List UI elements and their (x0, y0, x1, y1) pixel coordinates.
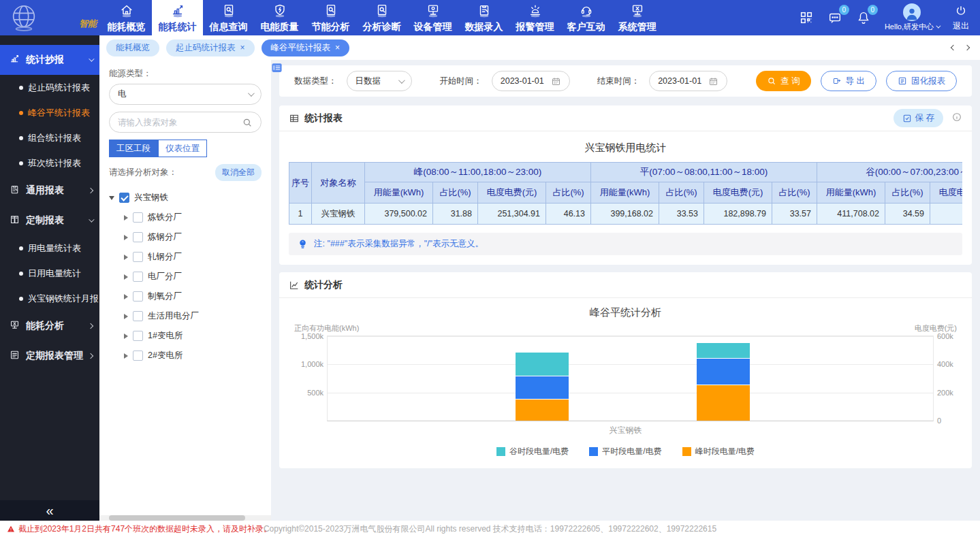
sidebar-item-兴宝钢铁统计月报[interactable]: 兴宝钢铁统计月报 (0, 286, 99, 311)
bar-segment-谷时段[interactable] (516, 353, 569, 376)
nav-item-数据录入[interactable]: 数据录入 (458, 0, 509, 35)
column-header: 对象名称 (312, 163, 365, 204)
checkbox[interactable] (133, 212, 143, 223)
user-menu[interactable]: Hello,研发中心 (885, 3, 939, 32)
tree-node-1#变电所[interactable]: 1#变电所 (109, 326, 262, 346)
tree-node-炼钢分厂[interactable]: 炼钢分厂 (109, 227, 262, 247)
sidebar-section-统计抄报[interactable]: 统计抄报 (0, 45, 99, 75)
tree-panel-toggle-button[interactable] (271, 62, 283, 74)
bar-segment-峰时段[interactable] (516, 400, 569, 421)
bar-segment-平时段[interactable] (516, 376, 569, 399)
tab-meter-position[interactable]: 仪表位置 (158, 140, 207, 157)
tab-next-button[interactable] (965, 46, 969, 50)
cancel-all-button[interactable]: 取消全部 (215, 164, 262, 181)
bar-segment-平时段[interactable] (697, 359, 750, 385)
checkbox[interactable] (133, 311, 143, 321)
stacked-bar-电费(元)[interactable] (697, 336, 750, 421)
message-icon[interactable]: 0 (827, 10, 842, 25)
caret-right-icon[interactable] (124, 314, 128, 319)
sidebar-item-组合统计报表[interactable]: 组合统计报表 (0, 125, 99, 150)
sidebar-item-日用电量统计[interactable]: 日用电量统计 (0, 261, 99, 286)
legend-item-峰时段电量/电费[interactable]: 峰时段电量/电费 (682, 446, 755, 457)
tab-能耗概览[interactable]: 能耗概览 (106, 39, 159, 56)
checkbox[interactable] (133, 272, 143, 282)
tree-node-电厂分厂[interactable]: 电厂分厂 (109, 267, 262, 287)
bar-segment-峰时段[interactable] (697, 385, 750, 421)
legend-item-平时段电量/电费[interactable]: 平时段电量/电费 (589, 446, 661, 457)
sidebar-section-通用报表[interactable]: 通用报表 (0, 176, 99, 206)
tree-node-炼铁分厂[interactable]: 炼铁分厂 (109, 208, 262, 227)
nav-item-客户互动[interactable]: 客户互动 (560, 0, 612, 35)
bar-segment-谷时段[interactable] (697, 343, 750, 359)
nav-item-设备管理[interactable]: 设备管理 (407, 0, 458, 35)
tab-峰谷平统计报表[interactable]: 峰谷平统计报表× (262, 39, 350, 56)
tab-起止码统计报表[interactable]: 起止码统计报表× (166, 39, 255, 56)
sidebar-item-label: 班次统计报表 (28, 157, 81, 169)
tree-node-2#变电所[interactable]: 2#变电所 (109, 346, 262, 365)
caret-right-icon[interactable] (124, 333, 128, 339)
solidify-report-button[interactable]: 固化报表 (886, 71, 957, 91)
legend-item-谷时段电量/电费[interactable]: 谷时段电量/电费 (496, 446, 569, 457)
sidebar-item-起止码统计报表[interactable]: 起止码统计报表 (0, 75, 99, 100)
checkbox[interactable] (133, 291, 143, 302)
data-type-select[interactable]: 日数据 (347, 71, 413, 91)
nav-item-label: 数据录入 (465, 21, 503, 33)
caret-right-icon[interactable] (124, 255, 128, 260)
statistics-analysis-card: 统计分析 峰谷平统计分析 正向有功电能(kWh) 电度电费(元) 1,500k1… (279, 272, 972, 468)
close-icon[interactable]: × (335, 44, 340, 52)
object-search-input[interactable] (118, 118, 242, 127)
report-table-scroll[interactable]: 序号对象名称峰(08:00～11:00,18:00～23:00)平(07:00～… (289, 162, 962, 225)
start-date-input[interactable]: 2023-01-01 (492, 71, 570, 91)
search-icon[interactable] (242, 117, 253, 128)
tree-node-兴宝钢铁[interactable]: 兴宝钢铁 (109, 188, 262, 208)
checkbox[interactable] (133, 351, 143, 361)
checkbox[interactable] (133, 232, 143, 242)
sidebar-section-能耗分析[interactable]: 能耗分析 (0, 311, 99, 341)
tree-node-生活用电分厂[interactable]: 生活用电分厂 (109, 306, 262, 326)
nav-item-报警管理[interactable]: 报警管理 (509, 0, 560, 35)
tree-node-制氧分厂[interactable]: 制氧分厂 (109, 287, 262, 306)
tab-prev-button[interactable] (951, 46, 955, 50)
tab-work-area[interactable]: 工区工段 (109, 140, 158, 157)
nav-item-分析诊断[interactable]: 分析诊断 (356, 0, 407, 35)
caret-right-icon[interactable] (124, 274, 128, 280)
close-icon[interactable]: × (240, 44, 245, 52)
energy-type-select[interactable]: 电 (109, 84, 262, 105)
info-icon[interactable] (951, 112, 962, 125)
copyright-text: Copyright©2015-2023万洲电气股份有限公司All rights … (264, 523, 716, 535)
checkbox[interactable] (133, 252, 143, 262)
nav-item-系统管理[interactable]: 系统管理 (612, 0, 663, 35)
nav-item-能耗统计[interactable]: 能耗统计 (152, 0, 203, 35)
checkbox[interactable] (133, 331, 143, 341)
caret-right-icon[interactable] (124, 294, 128, 299)
caret-right-icon[interactable] (124, 235, 128, 240)
sidebar-item-用电量统计表[interactable]: 用电量统计表 (0, 235, 99, 261)
end-date-input[interactable]: 2023-01-01 (649, 71, 727, 91)
nav-item-信息查询[interactable]: 信息查询 (203, 0, 254, 35)
checkbox[interactable] (119, 193, 129, 203)
sidebar-section-定制报表[interactable]: 定制报表 (0, 206, 99, 235)
cell-value: 34.59 (885, 204, 930, 225)
nav-item-电能质量[interactable]: 电能质量 (254, 0, 305, 35)
search-icon (767, 76, 776, 86)
tree-panel-hscroll-track[interactable] (99, 515, 271, 521)
caret-down-icon[interactable] (109, 196, 114, 200)
sidebar-section-定期报表管理[interactable]: 定期报表管理 (0, 341, 99, 371)
tree-panel-hscroll-thumb[interactable] (109, 515, 245, 521)
stacked-bar-电量(kWh)[interactable] (516, 336, 569, 421)
save-button[interactable]: 保 存 (894, 109, 943, 127)
qr-code-icon[interactable] (799, 10, 814, 25)
sidebar-item-班次统计报表[interactable]: 班次统计报表 (0, 150, 99, 176)
logout-button[interactable]: 退出 (953, 4, 969, 32)
caret-right-icon[interactable] (124, 215, 128, 221)
device-icon (426, 3, 441, 20)
nav-item-节能分析[interactable]: 节能分析 (305, 0, 356, 35)
tree-node-轧钢分厂[interactable]: 轧钢分厂 (109, 247, 262, 267)
nav-item-能耗概览[interactable]: 能耗概览 (101, 0, 152, 35)
sidebar-collapse-button[interactable]: « (0, 500, 99, 521)
query-button[interactable]: 查 询 (756, 71, 810, 91)
export-button[interactable]: 导 出 (821, 71, 876, 91)
sidebar-item-峰谷平统计报表[interactable]: 峰谷平统计报表 (0, 100, 99, 125)
notification-bell-icon[interactable]: 0 (856, 10, 871, 25)
caret-right-icon[interactable] (124, 353, 128, 359)
